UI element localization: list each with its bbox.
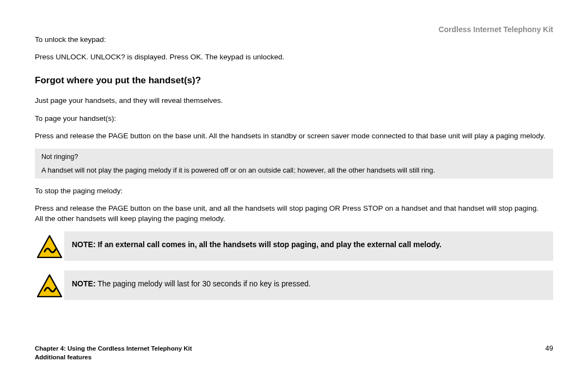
note-1-body: If an external call comes in, all the ha… (96, 240, 442, 249)
note-2-text: NOTE: The paging melody will last for 30… (64, 271, 553, 300)
footer-chapter: Chapter 4: Using the Cordless Internet T… (35, 344, 192, 353)
header-product-name: Cordless Internet Telephony Kit (438, 25, 553, 34)
note-1-text: NOTE: If an external call comes in, all … (64, 231, 553, 261)
footer-page-number: 49 (546, 344, 553, 352)
note-1-prefix: NOTE: (72, 240, 96, 249)
footer-section: Additional features (35, 353, 192, 361)
not-ringing-body: A handset will not play the paging melod… (41, 166, 547, 174)
unlock-steps: Press UNLOCK. UNLOCK? is displayed. Pres… (35, 52, 553, 62)
page-steps: Press and release the PAGE button on the… (35, 131, 547, 141)
note-2-body: The paging melody will last for 30 secon… (96, 279, 311, 288)
section-heading: Forgot where you put the handset(s)? (35, 75, 553, 86)
not-ringing-box: Not ringing? A handset will not play the… (35, 149, 553, 179)
caution-triangle-icon (35, 231, 64, 261)
page-content: To unlock the keypad: Press UNLOCK. UNLO… (35, 25, 553, 300)
note-1: NOTE: If an external call comes in, all … (35, 231, 553, 261)
page-footer: Chapter 4: Using the Cordless Internet T… (35, 344, 553, 361)
note-2-prefix: NOTE: (72, 279, 96, 288)
unlock-intro: To unlock the keypad: (35, 35, 553, 45)
not-ringing-title: Not ringing? (41, 153, 547, 161)
page-label: To page your handset(s): (35, 114, 553, 124)
svg-marker-0 (38, 236, 62, 258)
document-page: Cordless Internet Telephony Kit To unloc… (0, 0, 588, 380)
note-2: NOTE: The paging melody will last for 30… (35, 271, 553, 300)
svg-marker-1 (38, 275, 62, 297)
stop-steps: Press and release the PAGE button on the… (35, 204, 547, 223)
page-intro: Just page your handsets, and they will r… (35, 96, 553, 106)
stop-label: To stop the paging melody: (35, 186, 553, 196)
footer-left: Chapter 4: Using the Cordless Internet T… (35, 344, 192, 361)
caution-triangle-icon (35, 271, 64, 300)
